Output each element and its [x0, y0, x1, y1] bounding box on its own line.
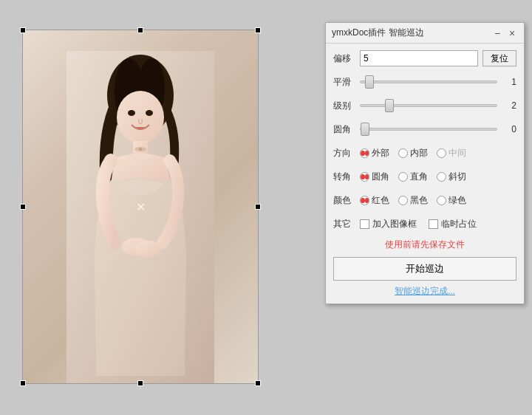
corner-label: 转角 [333, 171, 360, 183]
checkbox-group: 加入图像框 临时占位 [360, 218, 516, 230]
person-illustration [66, 51, 214, 383]
direction-outside-radio[interactable] [360, 148, 369, 158]
direction-outside[interactable]: 外部 [360, 147, 389, 160]
color-green-radio[interactable] [437, 196, 446, 205]
color-green-label: 绿色 [449, 194, 466, 207]
corner-round-label: 圆角 [372, 171, 389, 183]
corner-square[interactable]: 直角 [398, 171, 428, 183]
other-row: 其它 加入图像框 临时占位 [333, 215, 516, 233]
title-buttons: − × [491, 27, 518, 39]
color-green[interactable]: 绿色 [437, 194, 466, 207]
color-red-label: 红色 [372, 194, 389, 207]
level-slider-track[interactable] [360, 104, 497, 107]
offset-label: 偏移 [333, 52, 360, 65]
color-black[interactable]: 黑色 [398, 194, 428, 207]
color-black-radio[interactable] [398, 196, 408, 205]
image-frame[interactable]: ✕ [22, 30, 259, 384]
other-label: 其它 [333, 218, 360, 230]
start-button[interactable]: 开始巡边 [333, 257, 516, 281]
corner-radio-group: 圆角 直角 斜切 [360, 171, 516, 183]
color-red[interactable]: 红色 [360, 194, 389, 207]
smooth-slider-container [360, 80, 497, 83]
offset-row: 偏移 复位 [333, 49, 516, 67]
handle-bottom-middle[interactable] [137, 380, 143, 386]
panel-body: 偏移 复位 平滑 1 级别 [326, 44, 524, 303]
round-slider-container [360, 128, 497, 131]
checkbox-placeholder[interactable]: 临时占位 [429, 218, 477, 230]
color-label: 颜色 [333, 194, 360, 207]
corner-square-radio[interactable] [398, 172, 408, 182]
direction-inside-radio[interactable] [398, 148, 408, 158]
smooth-row: 平滑 1 [333, 73, 516, 91]
smooth-slider-track[interactable] [360, 80, 497, 83]
corner-bevel-label: 斜切 [449, 171, 466, 183]
color-row: 颜色 红色 黑色 绿色 [333, 191, 516, 209]
direction-outside-label: 外部 [372, 147, 389, 160]
panel-title: ymxkDoc插件 智能巡边 [332, 27, 424, 39]
smooth-slider-thumb[interactable] [365, 75, 374, 89]
handle-top-left[interactable] [20, 27, 26, 33]
offset-input[interactable] [360, 50, 478, 66]
corner-round-radio[interactable] [360, 172, 369, 182]
corner-bevel-radio[interactable] [437, 172, 446, 182]
direction-inside[interactable]: 内部 [398, 147, 428, 160]
corner-row: 转角 圆角 直角 斜切 [333, 168, 516, 185]
checkbox-placeholder-label: 临时占位 [441, 218, 477, 230]
checkbox-image-frame[interactable]: 加入图像框 [360, 218, 417, 230]
smooth-value: 1 [502, 77, 516, 87]
round-row: 圆角 0 [333, 120, 516, 138]
round-slider-track[interactable] [360, 128, 497, 131]
level-label: 级别 [333, 100, 360, 112]
round-value: 0 [502, 124, 516, 134]
plugin-panel: ymxkDoc插件 智能巡边 − × 偏移 复位 平滑 [325, 22, 525, 304]
complete-link[interactable]: 智能巡边完成... [333, 285, 516, 298]
round-label: 圆角 [333, 123, 360, 136]
color-black-label: 黑色 [410, 194, 428, 207]
checkbox-image-frame-label: 加入图像框 [372, 218, 417, 230]
svg-point-4 [117, 91, 164, 144]
svg-point-9 [134, 241, 161, 257]
reset-button[interactable]: 复位 [482, 50, 516, 66]
svg-point-6 [146, 110, 153, 116]
svg-point-5 [128, 110, 135, 116]
handle-middle-right[interactable] [255, 204, 261, 210]
warning-text: 使用前请先保存文件 [333, 239, 516, 251]
round-slider-thumb[interactable] [361, 123, 369, 136]
move-icon: ✕ [136, 200, 146, 214]
smooth-label: 平滑 [333, 76, 360, 89]
handle-top-right[interactable] [255, 27, 261, 33]
level-row: 级别 2 [333, 97, 516, 114]
direction-middle: 中间 [437, 147, 466, 160]
handle-top-middle[interactable] [137, 27, 143, 33]
svg-point-11 [139, 148, 142, 151]
checkbox-placeholder-box[interactable] [429, 219, 438, 229]
direction-radio-group: 外部 内部 中间 [360, 147, 516, 160]
direction-row: 方向 外部 内部 中间 [333, 144, 516, 162]
direction-inside-label: 内部 [410, 147, 428, 160]
minimize-button[interactable]: − [491, 27, 503, 39]
direction-middle-label: 中间 [449, 147, 466, 160]
canvas-area: ✕ ymxkDoc插件 智能巡边 − × 偏移 复位 平滑 [0, 0, 532, 415]
corner-round[interactable]: 圆角 [360, 171, 389, 183]
level-value: 2 [502, 100, 516, 111]
direction-middle-radio [437, 148, 446, 158]
color-radio-group: 红色 黑色 绿色 [360, 194, 516, 207]
color-red-radio[interactable] [360, 196, 369, 205]
level-slider-thumb[interactable] [385, 99, 394, 112]
handle-middle-left[interactable] [20, 204, 26, 210]
corner-square-label: 直角 [410, 171, 428, 183]
close-button[interactable]: × [506, 27, 518, 39]
level-slider-container [360, 104, 497, 107]
checkbox-image-frame-box[interactable] [360, 219, 369, 229]
direction-label: 方向 [333, 147, 360, 160]
handle-bottom-right[interactable] [255, 380, 261, 386]
panel-titlebar: ymxkDoc插件 智能巡边 − × [326, 23, 524, 44]
corner-bevel[interactable]: 斜切 [437, 171, 466, 183]
handle-bottom-left[interactable] [20, 380, 26, 386]
